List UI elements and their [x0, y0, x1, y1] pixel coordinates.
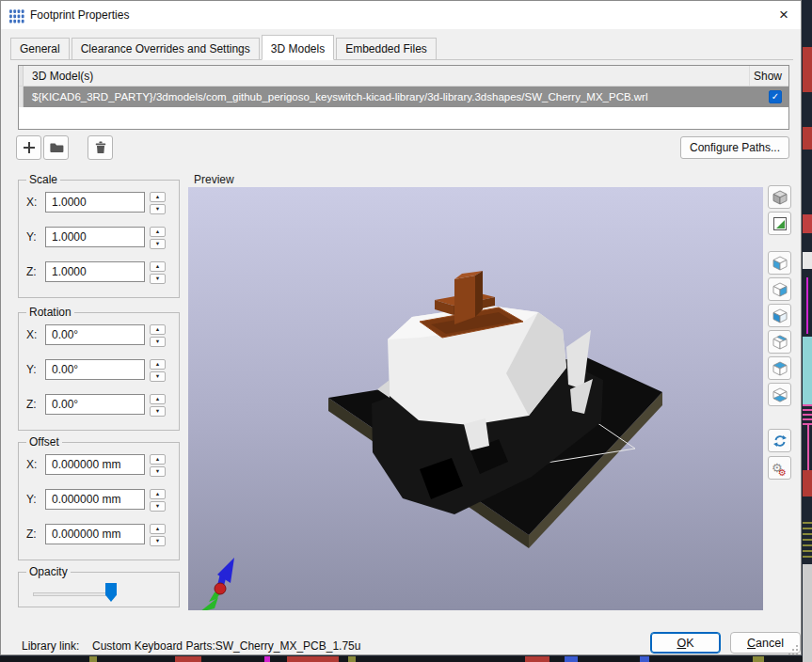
offset-legend: Offset [26, 435, 62, 449]
opacity-group: Opacity [18, 565, 180, 607]
tab-embedded-files[interactable]: Embedded Files [336, 38, 437, 59]
view-top-icon [772, 361, 788, 376]
offset-group: Offset X: Y: Z: [18, 435, 180, 560]
axis-gizmo-icon [199, 558, 234, 610]
tab-clearance-overrides[interactable]: Clearance Overrides and Settings [72, 38, 260, 59]
view-back-icon [772, 335, 788, 350]
svg-text:⚙: ⚙ [778, 467, 787, 477]
delete-model-button[interactable] [88, 135, 113, 160]
spin-up-icon[interactable] [150, 524, 166, 534]
scale-y-label: Y: [26, 227, 45, 244]
spin-up-icon[interactable] [150, 227, 166, 237]
flip-board-button[interactable] [768, 212, 791, 235]
show-checkbox[interactable] [769, 90, 782, 103]
view-bottom-button[interactable] [768, 383, 791, 406]
spin-up-icon[interactable] [150, 489, 166, 499]
resize-grip[interactable] [788, 644, 799, 655]
spin-up-icon[interactable] [150, 324, 166, 335]
refresh-view-button[interactable] [768, 429, 791, 452]
spin-down-icon[interactable] [150, 501, 166, 512]
opacity-slider[interactable] [26, 582, 171, 605]
scale-z-input[interactable] [45, 261, 145, 282]
close-icon[interactable] [772, 5, 795, 25]
configure-paths-button[interactable]: Configure Paths... [680, 136, 789, 159]
flip-board-icon [772, 216, 788, 231]
slider-thumb[interactable] [105, 583, 117, 602]
offset-x-label: X: [26, 454, 45, 471]
view-front-icon [772, 308, 788, 323]
column-header-show: Show [749, 66, 788, 86]
footprint-properties-dialog: Footprint Properties General Clearance O… [0, 0, 802, 655]
spin-down-icon[interactable] [150, 274, 166, 284]
refresh-icon [772, 433, 788, 449]
view-left-button[interactable] [768, 251, 791, 275]
spin-up-icon[interactable] [150, 454, 166, 465]
orthographic-view-icon [772, 190, 788, 205]
spin-up-icon[interactable] [150, 261, 166, 272]
background-pcb-editor-bottom [0, 656, 803, 662]
window-title: Footprint Properties [30, 8, 129, 22]
spin-down-icon[interactable] [150, 406, 166, 417]
offset-x-input[interactable] [45, 454, 145, 475]
column-header-path: 3D Model(s) [24, 70, 749, 83]
rotation-y-input[interactable] [45, 359, 145, 380]
rotation-z-input[interactable] [45, 394, 145, 415]
gears-icon: ⚙ ⚙ [772, 460, 788, 477]
scale-group: Scale X: Y: Z: [18, 173, 180, 298]
view-right-button[interactable] [768, 277, 791, 301]
offset-y-label: Y: [26, 489, 45, 506]
preview-label: Preview [194, 173, 234, 186]
rotation-group: Rotation X: Y: Z: [18, 306, 180, 431]
spin-up-icon[interactable] [150, 192, 166, 202]
offset-z-input[interactable] [45, 524, 145, 544]
plus-icon [22, 140, 37, 155]
rotation-z-label: Z: [26, 394, 45, 411]
library-link-label: Library link: [22, 639, 79, 653]
titlebar: Footprint Properties [1, 1, 801, 29]
scale-z-label: Z: [26, 261, 45, 278]
scale-x-input[interactable] [45, 192, 145, 213]
offset-z-label: Z: [26, 524, 45, 541]
spin-down-icon[interactable] [150, 371, 166, 382]
scale-legend: Scale [26, 173, 60, 186]
orthographic-view-button[interactable] [768, 185, 791, 209]
spin-down-icon[interactable] [150, 337, 166, 347]
scale-x-label: X: [26, 192, 45, 209]
view-left-icon [772, 256, 788, 271]
offset-y-input[interactable] [45, 489, 145, 510]
3d-viewport[interactable]: SW22 [188, 187, 763, 610]
scale-y-input[interactable] [45, 227, 145, 247]
ok-button[interactable]: OK [650, 632, 721, 654]
trash-icon [93, 140, 108, 155]
tab-3d-models[interactable]: 3D Models [262, 35, 334, 60]
rotation-legend: Rotation [26, 306, 74, 319]
spin-down-icon[interactable] [150, 239, 166, 249]
view-bottom-icon [772, 387, 788, 402]
add-model-button[interactable] [16, 135, 41, 160]
model-path: ${KICAD6_3RD_PARTY}/3dmodels/com_github_… [24, 91, 749, 102]
spin-up-icon[interactable] [150, 394, 166, 404]
spin-down-icon[interactable] [150, 204, 166, 214]
view-right-icon [772, 282, 788, 297]
view-top-button[interactable] [768, 356, 791, 380]
view-back-button[interactable] [768, 330, 791, 354]
spin-up-icon[interactable] [150, 359, 166, 370]
model-table: 3D Model(s) Show ${KICAD6_3RD_PARTY}/3dm… [18, 65, 789, 130]
footprint-icon [8, 8, 24, 24]
model-table-row[interactable]: ${KICAD6_3RD_PARTY}/3dmodels/com_github_… [19, 87, 788, 107]
tab-general[interactable]: General [10, 38, 70, 59]
rotation-x-input[interactable] [45, 324, 145, 345]
rotation-x-label: X: [26, 324, 45, 341]
spin-down-icon[interactable] [150, 466, 166, 477]
browse-folder-button[interactable] [43, 135, 69, 160]
tab-bar: General Clearance Overrides and Settings… [10, 35, 793, 60]
spin-down-icon[interactable] [150, 536, 166, 546]
view-front-button[interactable] [768, 304, 791, 327]
render-settings-button[interactable]: ⚙ ⚙ [768, 456, 791, 480]
screen: Footprint Properties General Clearance O… [0, 0, 812, 662]
background-pcb-editor-right [803, 0, 812, 662]
3d-scene: SW22 [188, 187, 763, 610]
folder-icon [49, 140, 64, 155]
slider-track[interactable] [33, 592, 116, 596]
model-table-header: 3D Model(s) Show [19, 66, 788, 87]
